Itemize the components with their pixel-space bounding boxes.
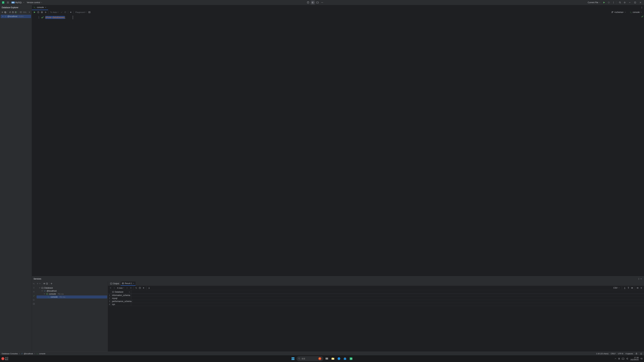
rows-count[interactable]: 4 rows bbox=[116, 287, 125, 289]
datasource-node[interactable]: @localhost 0 of 4 bbox=[1, 15, 31, 18]
news-widget[interactable]: ! 今日热点 bbox=[1, 357, 8, 360]
history-icon[interactable] bbox=[36, 10, 40, 14]
show-icon[interactable] bbox=[43, 282, 46, 285]
app-logo[interactable] bbox=[1, 0, 5, 5]
hide-panel-icon[interactable] bbox=[640, 278, 642, 280]
diff-icon[interactable] bbox=[14, 10, 17, 14]
services-console-leaf[interactable]: console 751 ms bbox=[36, 296, 107, 299]
cell-value[interactable]: information_schema bbox=[111, 294, 131, 297]
view-icon[interactable] bbox=[636, 286, 639, 290]
add-service-icon[interactable] bbox=[50, 282, 53, 285]
crumb-console[interactable]: console bbox=[36, 353, 46, 355]
encoding-indicator[interactable]: UTF-8 bbox=[618, 353, 623, 355]
wifi-icon[interactable] bbox=[622, 357, 624, 360]
sort-icon[interactable] bbox=[129, 291, 130, 293]
pin-icon[interactable] bbox=[148, 286, 151, 290]
close-tree-icon[interactable] bbox=[39, 283, 41, 285]
playground-mode[interactable]: Playground bbox=[75, 11, 88, 13]
panel-options-icon[interactable] bbox=[638, 278, 640, 280]
datasource-selector[interactable]: MS MySQL bbox=[10, 0, 26, 5]
schema-selector[interactable]: <schema> bbox=[610, 10, 627, 14]
run-anything-icon[interactable] bbox=[310, 0, 315, 5]
editor-tab-console[interactable]: console bbox=[32, 5, 48, 10]
maximize-button[interactable] bbox=[632, 0, 638, 5]
console-selector[interactable]: console bbox=[629, 10, 643, 14]
prev-page-icon[interactable] bbox=[113, 286, 116, 290]
close-rail-icon[interactable] bbox=[32, 290, 36, 294]
search-everywhere-icon[interactable] bbox=[618, 0, 622, 5]
indent-indicator[interactable]: 4 spaces bbox=[626, 353, 633, 355]
crumb-host[interactable]: @localhost bbox=[21, 353, 33, 355]
explorer-icon[interactable] bbox=[330, 356, 336, 361]
close-button[interactable] bbox=[638, 0, 643, 5]
open-icon[interactable] bbox=[315, 0, 320, 5]
commit-icon[interactable] bbox=[60, 10, 63, 14]
add-datasource-button[interactable] bbox=[1, 10, 4, 14]
tab-options-icon[interactable] bbox=[641, 6, 643, 9]
crumb-consoles[interactable]: Database Consoles bbox=[2, 353, 18, 355]
reload-icon[interactable] bbox=[134, 286, 138, 290]
table-row[interactable]: 4sys bbox=[108, 303, 644, 306]
eol-indicator[interactable]: CRLF bbox=[611, 353, 616, 355]
execute-button[interactable] bbox=[33, 10, 36, 14]
run-configuration[interactable]: Current File bbox=[587, 0, 602, 5]
main-menu-button[interactable] bbox=[6, 0, 10, 5]
vcs-widget[interactable]: Version control bbox=[26, 0, 44, 5]
check-rail-icon[interactable] bbox=[32, 294, 36, 298]
cell-value[interactable]: mysql bbox=[111, 297, 131, 300]
debug-button[interactable] bbox=[606, 0, 611, 5]
rollback-rail-icon[interactable] bbox=[32, 298, 36, 302]
services-root-node[interactable]: Database bbox=[36, 286, 107, 290]
clock[interactable]: 17:30 2023/9/25 bbox=[630, 357, 639, 361]
expand-all-icon[interactable] bbox=[32, 286, 36, 290]
upload-icon[interactable] bbox=[627, 286, 630, 290]
column-header[interactable]: Database bbox=[111, 290, 131, 294]
run-button[interactable] bbox=[602, 0, 606, 5]
explain-plan-icon[interactable] bbox=[40, 10, 44, 14]
next-page-icon[interactable] bbox=[125, 286, 129, 290]
notifications-icon[interactable] bbox=[640, 353, 642, 355]
datagrip-icon[interactable]: DG bbox=[348, 356, 354, 361]
settings-icon[interactable] bbox=[622, 0, 627, 5]
code-area[interactable]: show databases; bbox=[45, 14, 641, 276]
tx-mode[interactable]: Tx: Auto bbox=[50, 11, 60, 13]
stop-icon[interactable] bbox=[12, 10, 14, 14]
expand-icon[interactable] bbox=[28, 10, 31, 14]
refresh-icon[interactable] bbox=[9, 10, 12, 14]
minimize-button[interactable] bbox=[627, 0, 632, 5]
cancel-icon[interactable] bbox=[69, 10, 72, 14]
duplicate-icon[interactable] bbox=[4, 10, 7, 14]
first-page-icon[interactable] bbox=[109, 286, 112, 290]
layout-rail-icon[interactable] bbox=[32, 302, 36, 306]
services-console-node[interactable]: console 751 ms bbox=[36, 293, 107, 296]
layout-icon[interactable] bbox=[88, 10, 91, 14]
export-format[interactable]: CSV bbox=[612, 286, 621, 290]
store-icon[interactable] bbox=[342, 356, 348, 361]
compare-icon[interactable] bbox=[630, 286, 634, 290]
table-row[interactable]: 2mysql bbox=[108, 297, 644, 300]
export-icon[interactable] bbox=[46, 282, 48, 285]
readonly-icon[interactable] bbox=[635, 353, 638, 355]
edge-icon[interactable] bbox=[336, 356, 342, 361]
notification-center-icon[interactable] bbox=[640, 358, 643, 360]
taskbar-search[interactable]: 搜索 bbox=[296, 356, 323, 361]
cell-value[interactable]: performance_schema bbox=[111, 300, 133, 303]
stop-query-icon[interactable] bbox=[142, 286, 145, 290]
tx-rail-label[interactable]: Tx. bbox=[32, 282, 36, 285]
pending-icon[interactable] bbox=[138, 286, 142, 290]
more-actions-icon[interactable] bbox=[611, 0, 616, 5]
close-tab-icon[interactable] bbox=[45, 6, 46, 8]
code-editor[interactable]: 1 show databases; bbox=[32, 14, 644, 276]
settings-small-icon[interactable] bbox=[44, 10, 47, 14]
taskview-icon[interactable] bbox=[324, 356, 330, 361]
table-view-icon[interactable] bbox=[20, 10, 22, 14]
expand-tree-icon[interactable] bbox=[36, 283, 38, 285]
start-button[interactable] bbox=[290, 356, 296, 361]
output-tab[interactable]: Output bbox=[109, 282, 120, 286]
volume-icon[interactable] bbox=[626, 357, 629, 360]
more-icon[interactable] bbox=[320, 0, 324, 5]
last-page-icon[interactable] bbox=[129, 286, 132, 290]
ime-indicator[interactable]: 英 bbox=[618, 358, 620, 360]
rollback-icon[interactable] bbox=[64, 10, 67, 14]
table-row[interactable]: 1information_schema bbox=[108, 294, 644, 297]
